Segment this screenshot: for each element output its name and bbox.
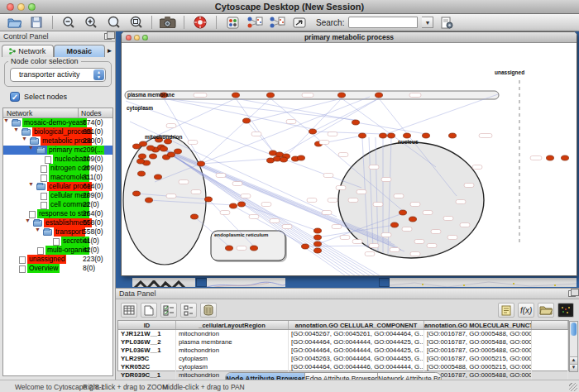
background-window-sliver[interactable] — [390, 278, 577, 287]
zoom-in-icon[interactable] — [82, 15, 100, 30]
snapshot-icon[interactable] — [159, 15, 177, 30]
graph-node — [562, 155, 569, 160]
column-header[interactable] — [532, 321, 568, 329]
node-color-dropdown[interactable]: transporter activity ▲▼ — [10, 68, 106, 82]
graph-node — [449, 133, 457, 138]
annotation-icon[interactable] — [290, 15, 309, 30]
network-minimize-button[interactable] — [134, 35, 140, 41]
node-label — [286, 120, 296, 124]
close-button[interactable] — [7, 3, 14, 11]
tree-col-network[interactable]: Network — [7, 109, 32, 117]
column-header[interactable]: ID — [118, 321, 176, 329]
help-ring-icon[interactable] — [191, 15, 209, 30]
tree-row[interactable]: ▼transport558(0) — [3, 227, 112, 237]
open-icon[interactable] — [5, 15, 23, 30]
resize-grip[interactable] — [569, 383, 577, 391]
zoom-out-icon[interactable] — [60, 15, 78, 30]
network-close-button[interactable] — [126, 35, 132, 41]
network-canvas[interactable]: plasma membranecytoplasmmitochondrionnuc… — [122, 43, 577, 276]
graph-node — [298, 155, 305, 160]
notes-icon[interactable] — [498, 303, 514, 318]
background-window-sliver[interactable] — [132, 278, 195, 287]
function-builder-icon[interactable]: f(x) — [518, 303, 534, 318]
tree-row[interactable]: nucleobase-209(0) — [3, 155, 112, 164]
tree-row[interactable]: cell communicat22(0) — [3, 200, 112, 209]
tree-row[interactable]: response to stimul264(0) — [3, 209, 112, 218]
tree-row[interactable]: nitrogen compo209(0) — [3, 164, 112, 173]
background-window-sliver[interactable] — [379, 278, 390, 287]
table-cell: [GO:0044464, GO:0044444, GO:0044425, G..… — [289, 347, 424, 355]
graph-node — [274, 156, 281, 161]
tree-row[interactable]: secretion41(0) — [3, 237, 112, 246]
node-label — [365, 252, 375, 256]
tree-row[interactable]: ▼metabolic process280(0) — [3, 136, 112, 146]
graph-node — [138, 171, 146, 176]
graph-node — [205, 197, 213, 202]
network-window-titlebar[interactable]: primary metabolic process — [122, 32, 577, 43]
zoom-selected-icon[interactable] — [127, 15, 145, 30]
minimize-button[interactable] — [17, 3, 25, 11]
tree-row-label: response to stimul — [37, 209, 89, 218]
expander-icon[interactable]: ▼ — [35, 227, 41, 232]
tree-row[interactable]: ▼mosaic-demo-yeast874(0) — [3, 118, 112, 127]
table-scrollbar[interactable]: ▲ ▼ — [569, 321, 578, 372]
column-header[interactable]: annotation.GO MOLECULAR_FUNCTION — [424, 321, 532, 329]
table-row[interactable]: YJR121W__1mitochondrion[GO:0045267, GO:0… — [118, 330, 568, 338]
network-from-selection-icon[interactable] — [246, 15, 264, 30]
network-from-file-icon[interactable] — [268, 15, 286, 30]
scroll-up-icon[interactable]: ▲ — [570, 356, 577, 364]
tree-row[interactable]: cellular metabo209(0) — [3, 191, 112, 200]
graph-node — [139, 154, 146, 159]
tree-row[interactable]: ▼primary metabo209(... — [3, 146, 112, 155]
tree-row[interactable]: ▼establishment of lo558(0) — [3, 218, 112, 227]
tree-row[interactable]: unassigned223(0) — [3, 255, 112, 264]
tree-row[interactable]: ▼cellular process614(0) — [3, 182, 112, 191]
search-input[interactable] — [348, 17, 418, 28]
search-settings-icon[interactable] — [438, 15, 456, 30]
expander-icon[interactable]: ▼ — [28, 181, 34, 187]
column-header[interactable]: _cellularLayoutRegion — [176, 321, 289, 329]
select-attributes-icon[interactable] — [121, 303, 137, 318]
tab-network[interactable]: Network — [2, 45, 54, 57]
expander-icon[interactable]: ▼ — [25, 218, 31, 223]
background-window-sliver[interactable] — [207, 278, 285, 287]
tree-row[interactable]: ▼biological_process651(0) — [3, 127, 112, 136]
expander-icon[interactable]: ▼ — [28, 145, 34, 151]
tree-row[interactable]: Overview8(0) — [3, 264, 112, 273]
table-cell: [GO:0016787, GO:0005215, GO:0003824, G..… — [424, 355, 532, 363]
table-row[interactable]: YPL036W__1mitochondrion[GO:0044464, GO:0… — [118, 347, 568, 355]
table-row[interactable]: YKR052Ccytoplasm[GO:0044464, GO:0044446,… — [118, 363, 568, 371]
tree-row-label: transport — [54, 227, 85, 237]
import-folder-icon[interactable] — [538, 303, 554, 318]
network-zoom-button[interactable] — [142, 35, 148, 41]
grid-layout-icon[interactable] — [223, 15, 242, 30]
tab-mosaic[interactable]: Mosaic — [54, 45, 106, 57]
background-window-sliver[interactable] — [196, 278, 207, 287]
scroll-down-icon[interactable]: ▼ — [570, 364, 577, 371]
tab-scroll-right-icon[interactable]: ► — [105, 45, 114, 57]
save-icon[interactable] — [27, 15, 45, 30]
table-row[interactable]: YPL036W__2plasma membrane[GO:0044464, GO… — [118, 338, 568, 347]
attribute-list-icon[interactable] — [180, 303, 197, 318]
tree-col-nodes[interactable]: Nodes — [81, 109, 102, 117]
node-label — [352, 240, 362, 244]
float-panel-icon[interactable] — [104, 33, 112, 40]
float-panel-icon[interactable] — [568, 290, 576, 297]
tree-row[interactable]: multi-organism pro42(0) — [3, 246, 112, 255]
attribute-checklist-icon[interactable] — [160, 303, 177, 318]
search-dropdown-button[interactable]: ▼ — [422, 17, 433, 28]
expander-icon[interactable]: ▼ — [3, 117, 9, 123]
column-header[interactable]: annotation.GO CELLULAR_COMPONENT — [289, 321, 424, 329]
scrollbar-thumb[interactable] — [571, 323, 577, 336]
table-row[interactable]: YLR295Ccytoplasm[GO:0045263, GO:0044464,… — [118, 355, 568, 363]
matrix-view-icon[interactable] — [557, 303, 574, 318]
expander-icon[interactable]: ▼ — [22, 136, 27, 141]
tree-row[interactable]: macromolecule311(0) — [3, 173, 112, 182]
zoom-window-button[interactable] — [28, 3, 36, 11]
delete-attribute-icon[interactable] — [200, 303, 217, 318]
new-attribute-icon[interactable] — [141, 303, 157, 318]
select-nodes-checkbox[interactable]: ✓ — [10, 92, 20, 102]
zoom-fit-icon[interactable] — [104, 15, 122, 30]
expander-icon[interactable]: ▼ — [13, 127, 19, 132]
node-label — [340, 236, 350, 240]
